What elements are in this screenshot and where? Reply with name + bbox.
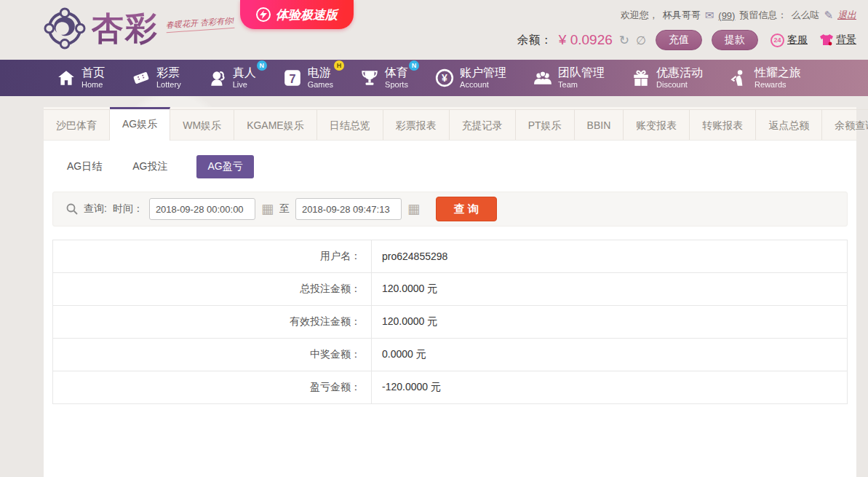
table-row: 总投注金额： 120.0000 元 (53, 273, 848, 306)
trophy-icon (360, 68, 379, 87)
table-row: 用户名： pro624855298 (53, 240, 848, 273)
table-row: 中奖金额： 0.0000 元 (53, 339, 848, 371)
row-label: 有效投注金额： (53, 306, 372, 339)
customer-service-link[interactable]: 24 客服 (771, 33, 808, 47)
tab-ag-entertainment[interactable]: AG娱乐 (110, 107, 170, 141)
new-badge: N (409, 60, 419, 71)
tab-deposit-withdraw-record[interactable]: 充提记录 (450, 109, 516, 140)
balance-label: 余额： (517, 33, 552, 48)
row-value: 120.0000 元 (372, 306, 848, 339)
flower-logo-icon (44, 7, 86, 50)
username: 杯具哥哥 (663, 9, 701, 22)
logout-link[interactable]: 退出 (837, 9, 856, 22)
hide-balance-icon[interactable]: ∅ (636, 33, 646, 47)
ticket-icon (132, 68, 151, 87)
content-panel: 沙巴体育 AG娱乐 WM娱乐 KGAME娱乐 日结总览 彩票报表 充提记录 PT… (44, 107, 856, 477)
top-header: 杏彩 春暖花开 杏彩有你! 体验极速版 欢迎您， 杯具哥哥 ✉ (99) 预留信… (0, 0, 868, 60)
lightning-icon (256, 7, 271, 22)
nav-item-team[interactable]: 团队管理Team (533, 66, 605, 89)
nav-item-lottery[interactable]: 彩票Lottery (132, 66, 181, 89)
edit-icon[interactable]: ✎ (824, 9, 833, 22)
balance-bar: 余额： ¥ 0.0926 ↻ ∅ 充值 提款 24 客服 背景 (517, 30, 856, 50)
site-logo[interactable]: 杏彩 春暖花开 杏彩有你! (44, 7, 234, 50)
calendar-icon[interactable]: ▦ (407, 202, 420, 216)
express-version-button[interactable]: 体验极速版 (240, 0, 354, 29)
row-value: 0.0000 元 (372, 339, 848, 371)
tab-kgame[interactable]: KGAME娱乐 (234, 109, 317, 140)
row-label: 盈亏金额： (53, 371, 372, 404)
query-toolbar: 查询: 时间： ▦ 至 ▦ 查 询 (52, 192, 848, 226)
table-row: 盈亏金额： -120.0000 元 (53, 371, 848, 404)
nav-item-discount[interactable]: 优惠活动Discount (632, 66, 703, 89)
subtab-ag-daily[interactable]: AG日结 (65, 155, 103, 178)
reserved-info-label: 预留信息： (739, 9, 787, 22)
subtab-ag-profit-loss[interactable]: AG盈亏 (196, 155, 253, 178)
tab-wm-entertainment[interactable]: WM娱乐 (170, 109, 234, 140)
live-dealer-icon (208, 68, 227, 87)
nav-item-rewards[interactable]: 性耀之旅Rewards (730, 66, 801, 89)
refresh-balance-icon[interactable]: ↻ (619, 33, 629, 48)
to-label: 至 (279, 202, 290, 216)
main-navigation: 首页Home 彩票Lottery 真人NLive 7 电游HGames 体育NS… (0, 60, 868, 96)
table-row: 有效投注金额： 120.0000 元 (53, 306, 848, 339)
mail-icon[interactable]: ✉ (705, 9, 714, 22)
tab-daily-summary[interactable]: 日结总览 (317, 109, 383, 140)
row-value: pro624855298 (372, 240, 848, 273)
hot-badge: H (334, 60, 344, 71)
games-seven-icon: 7 (283, 68, 302, 87)
new-badge: N (257, 60, 267, 71)
reserved-info-value: 么么哒 (791, 9, 819, 22)
gift-icon (632, 68, 650, 87)
time-label: 时间： (113, 202, 143, 216)
nav-item-sports[interactable]: 体育NSports (360, 66, 408, 89)
row-label: 用户名： (53, 240, 372, 273)
row-label: 总投注金额： (53, 273, 372, 306)
yen-coin-icon: ¥ (435, 68, 454, 87)
search-icon (66, 203, 78, 215)
tshirt-icon (820, 34, 833, 46)
background-link[interactable]: 背景 (820, 33, 856, 47)
withdraw-button[interactable]: 提款 (712, 30, 758, 50)
rewards-traveler-icon (730, 68, 749, 87)
team-icon (533, 68, 552, 87)
row-value: 120.0000 元 (372, 273, 848, 306)
welcome-prefix: 欢迎您， (621, 9, 658, 22)
service-label: 客服 (787, 33, 808, 47)
balance-amount: ¥ 0.0926 (559, 32, 613, 48)
tab-shaba-sports[interactable]: 沙巴体育 (44, 109, 110, 140)
row-value: -120.0000 元 (372, 371, 848, 404)
tab-balance-inquiry[interactable]: 余额查询 (822, 109, 868, 140)
query-submit-button[interactable]: 查 询 (436, 197, 497, 221)
end-time-input[interactable] (295, 198, 402, 220)
logo-tagline: 春暖花开 杏彩有你! (165, 15, 234, 33)
query-label: 查询: (84, 202, 107, 216)
svg-text:7: 7 (289, 72, 295, 85)
subtab-ag-bets[interactable]: AG投注 (131, 155, 169, 178)
home-icon (57, 68, 76, 87)
express-badge-label: 体验极速版 (276, 7, 338, 23)
report-tabs: 沙巴体育 AG娱乐 WM娱乐 KGAME娱乐 日结总览 彩票报表 充提记录 PT… (44, 107, 856, 141)
tab-rebate-total[interactable]: 返点总额 (756, 109, 822, 140)
background-label: 背景 (836, 33, 856, 47)
nav-item-live[interactable]: 真人NLive (208, 66, 256, 89)
ag-subtabs: AG日结 AG投注 AG盈亏 (44, 141, 856, 190)
tab-lottery-report[interactable]: 彩票报表 (383, 109, 450, 140)
calendar-icon[interactable]: ▦ (261, 202, 274, 216)
tab-pt-entertainment[interactable]: PT娱乐 (516, 109, 575, 140)
nav-item-account[interactable]: ¥ 账户管理Account (435, 66, 506, 89)
row-label: 中奖金额： (53, 339, 372, 371)
nav-item-games[interactable]: 7 电游HGames (283, 66, 333, 89)
service-24h-icon: 24 (771, 33, 784, 47)
start-time-input[interactable] (149, 198, 255, 220)
recharge-button[interactable]: 充值 (656, 30, 702, 50)
tab-account-change-report[interactable]: 账变报表 (624, 109, 690, 140)
tab-bbin[interactable]: BBIN (575, 109, 624, 140)
message-count-link[interactable]: (99) (718, 10, 735, 21)
welcome-bar: 欢迎您， 杯具哥哥 ✉ (99) 预留信息： 么么哒 ✎ 退出 (517, 9, 856, 22)
nav-item-home[interactable]: 首页Home (57, 66, 105, 89)
logo-wordmark: 杏彩 (92, 7, 159, 50)
profit-loss-table: 用户名： pro624855298 总投注金额： 120.0000 元 有效投注… (52, 240, 848, 404)
svg-text:¥: ¥ (442, 72, 447, 84)
tab-transfer-report[interactable]: 转账报表 (690, 109, 756, 140)
